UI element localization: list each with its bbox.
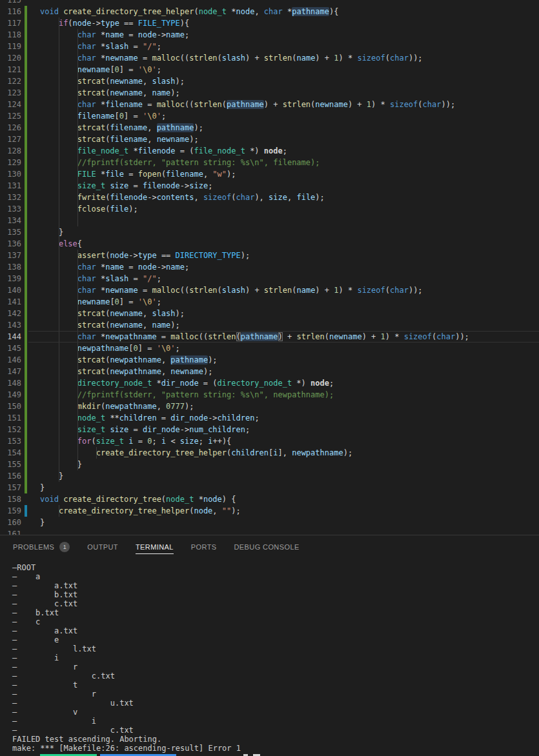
code-line[interactable]: 153 for(size_t i = 0; i < size; i++){ bbox=[0, 435, 539, 447]
line-number[interactable]: 123 bbox=[0, 87, 21, 99]
line-number[interactable]: 120 bbox=[0, 52, 21, 64]
code-line[interactable]: 160} bbox=[0, 517, 539, 528]
code-line[interactable]: 149 //fprintf(stderr, "pattern string: %… bbox=[0, 389, 539, 401]
line-number[interactable]: 117 bbox=[0, 17, 21, 29]
line-number[interactable]: 158 bbox=[0, 493, 21, 505]
line-number[interactable]: 153 bbox=[0, 435, 21, 447]
line-number[interactable]: 115 bbox=[0, 0, 21, 6]
code-line[interactable]: 135 } bbox=[0, 226, 539, 238]
line-number[interactable]: 139 bbox=[0, 273, 21, 284]
line-number[interactable]: 132 bbox=[0, 192, 21, 203]
line-number[interactable]: 156 bbox=[0, 470, 21, 482]
code-line[interactable]: 129 //fprintf(stderr, "pattern string: %… bbox=[0, 157, 539, 168]
line-number[interactable]: 145 bbox=[0, 343, 21, 354]
code-line[interactable]: 145 newpathname[0] = '\0'; bbox=[0, 343, 539, 354]
line-number[interactable]: 141 bbox=[0, 296, 21, 308]
code-line[interactable]: 154 create_directory_tree_helper(childre… bbox=[0, 447, 539, 459]
line-number[interactable]: 130 bbox=[0, 168, 21, 180]
code-line[interactable]: 119 char *slash = "/"; bbox=[0, 41, 539, 52]
code-line[interactable]: 118 char *name = node->name; bbox=[0, 29, 539, 41]
line-number[interactable]: 133 bbox=[0, 203, 21, 215]
line-number[interactable]: 134 bbox=[0, 215, 21, 226]
code-line[interactable]: 139 char *slash = "/"; bbox=[0, 273, 539, 284]
line-number[interactable]: 129 bbox=[0, 157, 21, 168]
code-line[interactable]: 127 strcat(filename, newname); bbox=[0, 134, 539, 145]
line-number[interactable]: 124 bbox=[0, 99, 21, 110]
code-editor[interactable]: 115116void create_directory_tree_helper(… bbox=[0, 0, 539, 535]
code-line[interactable]: 155 } bbox=[0, 459, 539, 470]
tab-terminal[interactable]: TERMINAL bbox=[136, 535, 174, 558]
terminal-output[interactable]: –ROOT– a– a.txt– b.txt– c.txt– b.txt– c–… bbox=[0, 558, 539, 756]
line-number[interactable]: 159 bbox=[0, 505, 21, 517]
code-line[interactable]: 150 mkdir(newpathname, 0777); bbox=[0, 401, 539, 412]
line-number[interactable]: 135 bbox=[0, 226, 21, 238]
code-line[interactable]: 144 char *newpathname = malloc((strlen(p… bbox=[0, 331, 539, 343]
line-number[interactable]: 118 bbox=[0, 29, 21, 41]
line-number[interactable]: 148 bbox=[0, 377, 21, 389]
tab-debug-console[interactable]: DEBUG CONSOLE bbox=[234, 535, 300, 558]
code-line[interactable]: 152 size_t size = dir_node->num_children… bbox=[0, 424, 539, 435]
code-line[interactable]: 125 filename[0] = '\0'; bbox=[0, 110, 539, 122]
line-number[interactable]: 160 bbox=[0, 517, 21, 528]
code-line[interactable]: 134 bbox=[0, 215, 539, 226]
code-line[interactable]: 140 char *newname = malloc((strlen(slash… bbox=[0, 284, 539, 296]
code-line[interactable]: 136 else{ bbox=[0, 238, 539, 250]
line-number[interactable]: 151 bbox=[0, 412, 21, 424]
line-number[interactable]: 126 bbox=[0, 122, 21, 134]
line-number[interactable]: 138 bbox=[0, 261, 21, 273]
line-number[interactable]: 128 bbox=[0, 145, 21, 157]
code-line[interactable]: 159 create_directory_tree_helper(node, "… bbox=[0, 505, 539, 517]
code-line[interactable]: 117 if(node->type == FILE_TYPE){ bbox=[0, 17, 539, 29]
code-line[interactable]: 147 strcat(newpathname, newname); bbox=[0, 366, 539, 377]
line-number[interactable]: 116 bbox=[0, 6, 21, 17]
line-number[interactable]: 119 bbox=[0, 41, 21, 52]
code-line[interactable]: 124 char *filename = malloc((strlen(path… bbox=[0, 99, 539, 110]
line-number[interactable]: 137 bbox=[0, 250, 21, 261]
code-line[interactable]: 143 strcat(newname, name); bbox=[0, 319, 539, 331]
code-line[interactable]: 130 FILE *file = fopen(filename, "w"); bbox=[0, 168, 539, 180]
code-line[interactable]: 115 bbox=[0, 0, 539, 6]
code-line[interactable]: 122 strcat(newname, slash); bbox=[0, 75, 539, 87]
line-number[interactable]: 147 bbox=[0, 366, 21, 377]
line-number[interactable]: 125 bbox=[0, 110, 21, 122]
code-line[interactable]: 120 char *newname = malloc((strlen(slash… bbox=[0, 52, 539, 64]
line-number[interactable]: 157 bbox=[0, 482, 21, 493]
line-number[interactable]: 155 bbox=[0, 459, 21, 470]
code-line[interactable]: 146 strcat(newpathname, pathname); bbox=[0, 354, 539, 366]
line-number[interactable]: 150 bbox=[0, 401, 21, 412]
line-number[interactable]: 144 bbox=[0, 331, 21, 343]
code-line[interactable]: 138 char *name = node->name; bbox=[0, 261, 539, 273]
code-line[interactable]: 132 fwrite(filenode->contents, sizeof(ch… bbox=[0, 192, 539, 203]
line-number[interactable]: 127 bbox=[0, 134, 21, 145]
code-line[interactable]: 137 assert(node->type == DIRECTORY_TYPE)… bbox=[0, 250, 539, 261]
code-line[interactable]: 123 strcat(newname, name); bbox=[0, 87, 539, 99]
code-line[interactable]: 157} bbox=[0, 482, 539, 493]
line-number[interactable]: 136 bbox=[0, 238, 21, 250]
line-number[interactable]: 140 bbox=[0, 284, 21, 296]
line-number[interactable]: 142 bbox=[0, 308, 21, 319]
code-line[interactable]: 128 file_node_t *filenode = (file_node_t… bbox=[0, 145, 539, 157]
line-number[interactable]: 122 bbox=[0, 75, 21, 87]
line-number[interactable]: 152 bbox=[0, 424, 21, 435]
code-line[interactable]: 116void create_directory_tree_helper(nod… bbox=[0, 6, 539, 17]
code-line[interactable]: 121 newname[0] = '\0'; bbox=[0, 64, 539, 75]
code-line[interactable]: 151 node_t **children = dir_node->childr… bbox=[0, 412, 539, 424]
line-number[interactable]: 143 bbox=[0, 319, 21, 331]
line-number[interactable]: 131 bbox=[0, 180, 21, 192]
code-line[interactable]: 158void create_directory_tree(node_t *no… bbox=[0, 493, 539, 505]
line-number[interactable]: 149 bbox=[0, 389, 21, 401]
code-line[interactable]: 131 size_t size = filenode->size; bbox=[0, 180, 539, 192]
line-number[interactable]: 161 bbox=[0, 528, 21, 535]
code-line[interactable]: 148 directory_node_t *dir_node = (direct… bbox=[0, 377, 539, 389]
tab-ports[interactable]: PORTS bbox=[191, 535, 217, 558]
code-line[interactable]: 142 strcat(newname, slash); bbox=[0, 308, 539, 319]
line-number[interactable]: 146 bbox=[0, 354, 21, 366]
line-number[interactable]: 154 bbox=[0, 447, 21, 459]
tab-output[interactable]: OUTPUT bbox=[87, 535, 118, 558]
line-number[interactable]: 121 bbox=[0, 64, 21, 75]
code-line[interactable]: 156 } bbox=[0, 470, 539, 482]
code-line[interactable]: 126 strcat(filename, pathname); bbox=[0, 122, 539, 134]
code-line[interactable]: 133 fclose(file); bbox=[0, 203, 539, 215]
code-line[interactable]: 161 bbox=[0, 528, 539, 535]
tab-problems[interactable]: PROBLEMS1 bbox=[13, 535, 70, 558]
